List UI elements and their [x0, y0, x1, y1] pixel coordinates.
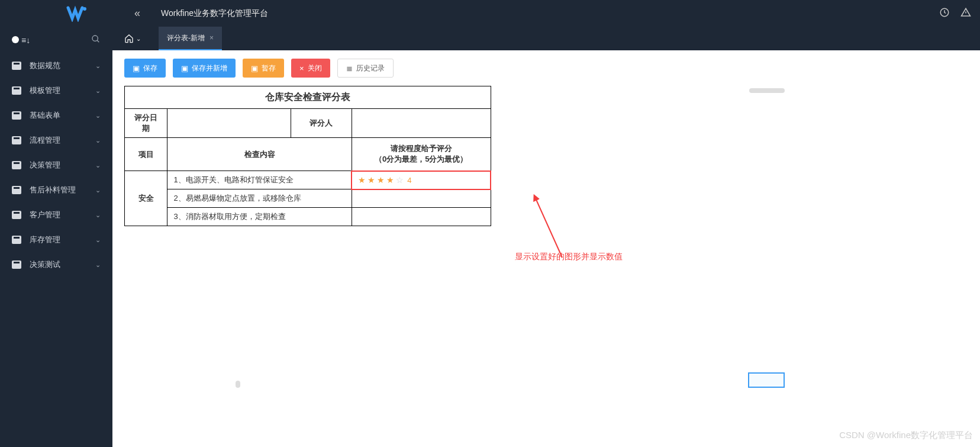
save-button[interactable]: ▣ 保存: [124, 59, 166, 78]
doc-icon: [12, 111, 21, 120]
sidebar-item-label: 售后补料管理: [30, 185, 76, 195]
sidebar-item-label: 决策管理: [30, 160, 60, 171]
chevron-down-icon: ⌄: [95, 236, 101, 244]
col-content: 检查内容: [167, 138, 352, 171]
table-row: 2、易燃易爆物定点放置，或移除仓库: [125, 189, 491, 208]
tabs-row: ⌄ 评分表-新增 ×: [112, 27, 980, 50]
sidebar-item-label: 模板管理: [30, 85, 60, 96]
button-label: 保存: [143, 63, 157, 73]
group-label: 安全: [125, 171, 167, 226]
sidebar-item-8[interactable]: 决策测试 ⌄: [0, 252, 112, 277]
rating-value: 4: [407, 176, 411, 185]
rating-cell[interactable]: ★ ★ ★ ★ ☆ 4: [352, 171, 491, 189]
doc-icon: [12, 86, 21, 95]
chevron-down-icon: ⌄: [95, 137, 101, 144]
scrollbar-vertical[interactable]: [236, 381, 240, 388]
star-icon: ★: [386, 175, 394, 185]
rating-sheet[interactable]: 仓库安全检查评分表 评分日期 评分人 项目 检查内容 请按程度给予评分 （0分为…: [124, 86, 491, 226]
warning-icon[interactable]: [960, 7, 971, 20]
sidebar-item-6[interactable]: 客户管理 ⌄: [0, 202, 112, 227]
app-logo: [65, 1, 90, 26]
chevron-down-icon: ⌄: [95, 211, 101, 219]
date-label: 评分日期: [125, 109, 167, 138]
close-icon: ×: [299, 64, 304, 73]
scrollbar-horizontal[interactable]: [749, 88, 785, 93]
button-label: 暂存: [262, 63, 276, 73]
star-empty-icon: ☆: [396, 175, 404, 185]
col-rating: 请按程度给予评分 （0分为最差，5分为最优）: [352, 138, 491, 171]
person-cell[interactable]: [352, 109, 491, 138]
history-icon: ≣: [346, 64, 353, 73]
draft-button[interactable]: ▣ 暂存: [243, 59, 284, 78]
chevron-down-icon: ⌄: [95, 62, 101, 70]
doc-icon: [12, 161, 21, 169]
check-item: 1、电源开关、电路和灯管保证安全: [167, 171, 352, 189]
sidebar-item-label: 数据规范: [30, 60, 60, 71]
draft-icon: ▣: [251, 64, 258, 73]
star-icon: ★: [368, 175, 375, 185]
sidebar-item-label: 客户管理: [30, 210, 60, 220]
header-bar: « Workfine业务数字化管理平台: [0, 0, 980, 27]
sidebar-search-row: ≡↓: [0, 27, 112, 53]
rating-cell[interactable]: [352, 189, 491, 208]
collapse-icon[interactable]: «: [134, 7, 140, 20]
doc-icon: [12, 261, 21, 269]
toolbar: ▣ 保存 ▣ 保存并新增 ▣ 暂存 × 关闭 ≣ 历史记录: [112, 50, 980, 86]
rating-cell[interactable]: [352, 208, 491, 226]
home-tab[interactable]: ⌄: [124, 34, 141, 43]
svg-point-0: [83, 7, 86, 11]
sidebar-item-2[interactable]: 基础表单 ⌄: [0, 103, 112, 128]
chevron-down-icon: ⌄: [136, 36, 141, 42]
chevron-down-icon: ⌄: [95, 186, 101, 194]
chevron-down-icon: ⌄: [95, 261, 101, 269]
close-button[interactable]: × 关闭: [291, 59, 330, 78]
main-area: ⌄ 评分表-新增 × ▣ 保存 ▣ 保存并新增 ▣ 暂存 × 关闭: [112, 27, 980, 447]
watermark: CSDN @Workfine数字化管理平台: [839, 430, 973, 441]
sidebar-item-label: 库存管理: [30, 234, 60, 245]
sidebar-item-7[interactable]: 库存管理 ⌄: [0, 227, 112, 252]
search-icon[interactable]: [91, 34, 101, 46]
col-project: 项目: [125, 138, 167, 171]
save-new-button[interactable]: ▣ 保存并新增: [173, 59, 236, 78]
chevron-down-icon: ⌄: [95, 112, 101, 120]
annotation-text: 显示设置好的图形并显示数值: [515, 252, 623, 262]
save-icon: ▣: [181, 64, 188, 73]
person-label: 评分人: [291, 109, 352, 138]
sidebar-indicator: ≡↓: [12, 36, 30, 45]
date-cell[interactable]: [167, 109, 291, 138]
clock-icon[interactable]: [939, 7, 950, 20]
check-item: 3、消防器材取用方便，定期检查: [167, 208, 352, 226]
check-item: 2、易燃易爆物定点放置，或移除仓库: [167, 189, 352, 208]
save-icon: ▣: [133, 64, 140, 73]
doc-icon: [12, 62, 21, 70]
tab-label: 评分表-新增: [167, 33, 205, 43]
chevron-down-icon: ⌄: [95, 87, 101, 95]
sidebar-item-0[interactable]: 数据规范 ⌄: [0, 53, 112, 78]
tab-close-icon[interactable]: ×: [209, 34, 214, 42]
button-label: 关闭: [308, 63, 322, 73]
sidebar-item-3[interactable]: 流程管理 ⌄: [0, 128, 112, 153]
doc-icon: [12, 236, 21, 244]
cell-cursor[interactable]: [748, 372, 785, 388]
doc-icon: [12, 211, 21, 219]
doc-icon: [12, 186, 21, 194]
sidebar-item-label: 基础表单: [30, 110, 60, 121]
sidebar: ≡↓ 数据规范 ⌄ 模板管理 ⌄ 基础表单 ⌄ 流程管理 ⌄: [0, 27, 112, 447]
star-icon: ★: [358, 175, 366, 185]
sheet-title: 仓库安全检查评分表: [125, 86, 491, 109]
button-label: 保存并新增: [192, 63, 227, 73]
chevron-down-icon: ⌄: [95, 162, 101, 169]
sidebar-item-5[interactable]: 售后补料管理 ⌄: [0, 178, 112, 202]
sidebar-item-1[interactable]: 模板管理 ⌄: [0, 78, 112, 103]
table-row: 安全 1、电源开关、电路和灯管保证安全 ★ ★ ★ ★ ☆ 4: [125, 171, 491, 189]
tab-active[interactable]: 评分表-新增 ×: [159, 27, 222, 50]
history-button[interactable]: ≣ 历史记录: [337, 59, 394, 78]
star-icon: ★: [377, 175, 385, 185]
table-row: 3、消防器材取用方便，定期检查: [125, 208, 491, 226]
doc-icon: [12, 136, 21, 144]
sidebar-item-4[interactable]: 决策管理 ⌄: [0, 153, 112, 178]
sidebar-item-label: 流程管理: [30, 135, 60, 146]
app-title: Workfine业务数字化管理平台: [161, 8, 268, 19]
sidebar-item-label: 决策测试: [30, 259, 60, 270]
button-label: 历史记录: [356, 63, 385, 73]
